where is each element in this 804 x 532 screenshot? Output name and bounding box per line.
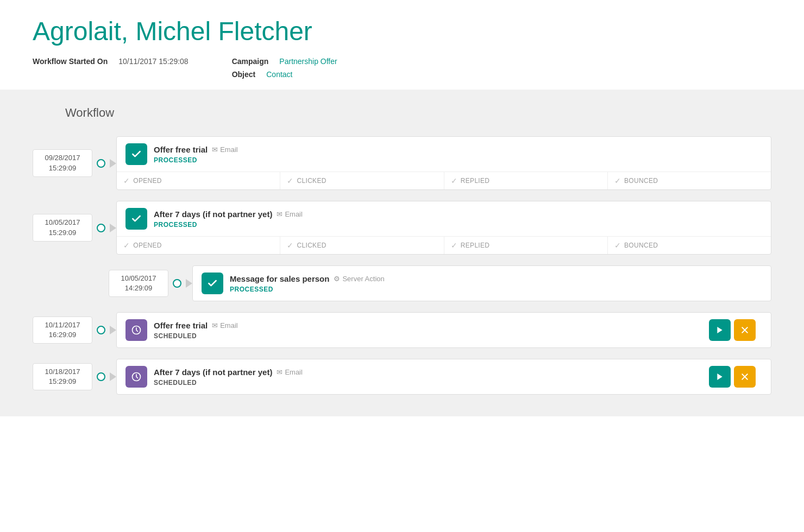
check-icon: ✓ <box>287 176 293 185</box>
card-header: After 7 days (if not partner yet) ✉ Emai… <box>117 359 771 394</box>
meta-left: Workflow Started On 10/11/2017 15:29:08 <box>33 57 189 66</box>
play-icon <box>715 372 724 381</box>
check-icon <box>207 278 218 289</box>
workflow-card: Offer free trial ✉ Email SCHEDULED <box>116 312 771 348</box>
campaign-label: Campaign <box>232 57 269 66</box>
svg-marker-1 <box>717 327 722 333</box>
close-icon <box>740 326 749 334</box>
workflow-card: Message for sales person ⚙ Server Action… <box>192 265 771 301</box>
timeline-arrow <box>186 279 192 288</box>
time-box: 10/05/201714:29:09 <box>109 270 168 297</box>
stat-replied: ✓ REPLIED <box>444 172 608 189</box>
time-box: 09/28/201715:29:09 <box>33 149 92 176</box>
card-title-row: Offer free trial ✉ Email <box>154 321 702 330</box>
time-box: 10/18/201715:29:09 <box>33 363 92 390</box>
play-button[interactable] <box>709 319 731 341</box>
workflow-card: Offer free trial ✉ Email PROCESSED ✓ OPE… <box>116 136 771 190</box>
card-title-row: Message for sales person ⚙ Server Action <box>230 274 762 283</box>
card-header: Offer free trial ✉ Email SCHEDULED <box>117 313 771 347</box>
card-status: PROCESSED <box>230 286 762 293</box>
status-icon-processed <box>125 208 147 230</box>
card-info: Offer free trial ✉ Email SCHEDULED <box>154 321 702 340</box>
check-icon: ✓ <box>287 241 293 250</box>
card-name: After 7 days (if not partner yet) <box>154 368 272 377</box>
campaign-link[interactable]: Partnership Offer <box>279 57 337 66</box>
workflow-started-label: Workflow Started On <box>33 57 108 66</box>
cancel-button[interactable] <box>734 319 756 341</box>
card-title-row: After 7 days (if not partner yet) ✉ Emai… <box>154 210 762 219</box>
workflow-card: After 7 days (if not partner yet) ✉ Emai… <box>116 201 771 255</box>
stat-clicked: ✓ CLICKED <box>280 172 444 189</box>
card-actions <box>709 319 762 341</box>
timeline-arrow <box>110 372 116 381</box>
card-header: Offer free trial ✉ Email PROCESSED <box>117 137 771 172</box>
timeline-arrow <box>110 224 116 232</box>
object-row: Object Contact <box>232 70 337 79</box>
card-stats: ✓ OPENED ✓ CLICKED ✓ REPLIED ✓ BOUNCED <box>117 236 771 254</box>
card-type: ✉ Email <box>277 210 303 218</box>
stat-bounced: ✓ BOUNCED <box>608 172 771 189</box>
timeline-item: 10/11/201716:29:09 Offer free trial <box>33 312 771 348</box>
stat-opened: ✓ OPENED <box>117 237 280 254</box>
card-type: ⚙ Server Action <box>334 275 384 283</box>
check-icon: ✓ <box>451 241 457 250</box>
page-header: Agrolait, Michel Fletcher Workflow Start… <box>0 0 804 90</box>
card-actions <box>709 366 762 388</box>
check-icon: ✓ <box>614 241 621 250</box>
card-header: Message for sales person ⚙ Server Action… <box>193 266 771 301</box>
timeline-arrow <box>110 159 116 168</box>
check-icon: ✓ <box>451 176 457 185</box>
workflow-card: After 7 days (if not partner yet) ✉ Emai… <box>116 359 771 395</box>
card-type: ✉ Email <box>212 145 238 154</box>
workflow-started-value: 10/11/2017 15:29:08 <box>118 57 188 66</box>
status-icon-scheduled <box>125 366 147 388</box>
play-icon <box>715 326 724 334</box>
card-status: SCHEDULED <box>154 379 702 387</box>
timeline-dot <box>97 159 105 168</box>
card-info: Message for sales person ⚙ Server Action… <box>230 274 762 293</box>
clock-icon <box>131 371 142 382</box>
stat-replied: ✓ REPLIED <box>444 237 608 254</box>
timeline-item: 10/05/201715:29:09 After 7 days (if not … <box>33 201 771 255</box>
workflow-section: Workflow 09/28/201715:29:09 Offer free t… <box>0 90 804 416</box>
card-name: Offer free trial <box>154 145 208 154</box>
stat-opened: ✓ OPENED <box>117 172 280 189</box>
check-icon: ✓ <box>614 176 621 185</box>
status-icon-scheduled <box>125 319 147 341</box>
card-name: Message for sales person <box>230 274 329 283</box>
timeline-dot <box>97 224 105 232</box>
timeline: 09/28/201715:29:09 Offer free trial ✉ <box>33 136 771 395</box>
workflow-section-title: Workflow <box>65 106 771 120</box>
cancel-button[interactable] <box>734 366 756 388</box>
meta-row: Workflow Started On 10/11/2017 15:29:08 … <box>33 57 771 79</box>
gear-icon: ⚙ <box>334 275 340 283</box>
timeline-dot <box>173 279 181 288</box>
card-title-row: After 7 days (if not partner yet) ✉ Emai… <box>154 368 702 377</box>
card-name: Offer free trial <box>154 321 208 330</box>
stat-bounced: ✓ BOUNCED <box>608 237 771 254</box>
object-link[interactable]: Contact <box>266 70 292 79</box>
card-info: After 7 days (if not partner yet) ✉ Emai… <box>154 368 702 387</box>
timeline-dot <box>97 326 105 334</box>
card-info: After 7 days (if not partner yet) ✉ Emai… <box>154 210 762 229</box>
card-type: ✉ Email <box>212 321 238 330</box>
check-icon <box>131 213 142 224</box>
play-button[interactable] <box>709 366 731 388</box>
card-name: After 7 days (if not partner yet) <box>154 210 272 219</box>
card-stats: ✓ OPENED ✓ CLICKED ✓ REPLIED ✓ BOUNCED <box>117 172 771 189</box>
meta-right: Campaign Partnership Offer Object Contac… <box>232 57 337 79</box>
timeline-item-nested: 10/05/201714:29:09 Message for sales per… <box>109 265 771 301</box>
time-box: 10/11/201716:29:09 <box>33 316 92 344</box>
time-box: 10/05/201715:29:09 <box>33 214 92 241</box>
card-status: PROCESSED <box>154 156 762 164</box>
stat-clicked: ✓ CLICKED <box>280 237 444 254</box>
check-icon <box>131 149 142 160</box>
timeline-dot <box>97 372 105 381</box>
timeline-item: 10/18/201715:29:09 After 7 days (if not … <box>33 359 771 395</box>
envelope-icon: ✉ <box>277 368 282 376</box>
check-icon: ✓ <box>123 176 130 185</box>
clock-icon <box>131 325 142 335</box>
campaign-row: Campaign Partnership Offer <box>232 57 337 66</box>
timeline-item: 09/28/201715:29:09 Offer free trial ✉ <box>33 136 771 190</box>
object-label: Object <box>232 70 256 79</box>
